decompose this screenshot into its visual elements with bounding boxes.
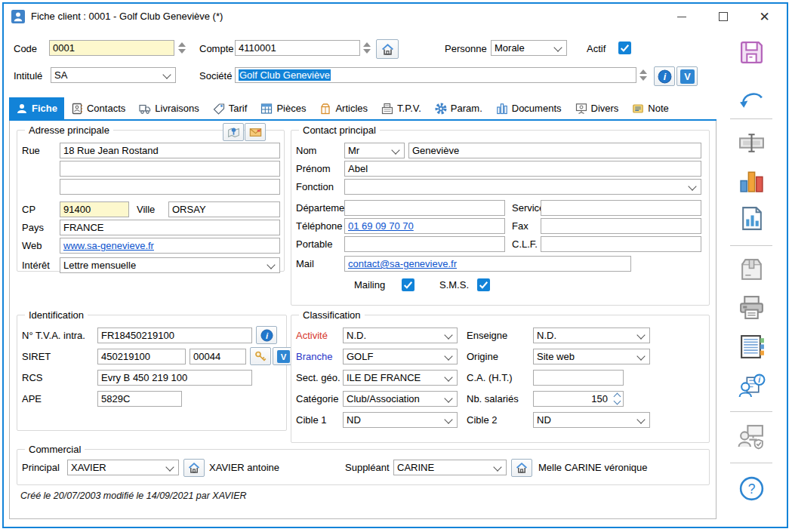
envelope-button[interactable] <box>245 123 266 141</box>
portable-field[interactable] <box>344 236 505 252</box>
compte-home-button[interactable] <box>376 39 399 59</box>
maximize-button[interactable] <box>702 4 744 29</box>
departement-field[interactable] <box>344 200 505 216</box>
tab-contacts[interactable]: Contacts <box>64 97 132 119</box>
civilite-select[interactable]: Mr <box>344 143 405 158</box>
person-icon <box>16 103 28 115</box>
tab-fiche[interactable]: Fiche <box>9 97 64 119</box>
tab-param[interactable]: Param. <box>428 97 489 119</box>
clf-field[interactable] <box>541 236 701 252</box>
tab-note[interactable]: Note <box>625 97 675 119</box>
intitule-select[interactable]: SA <box>51 67 176 83</box>
principal-select[interactable]: XAVIER <box>67 460 179 475</box>
tva-info-button[interactable]: i <box>256 326 277 344</box>
report-button[interactable] <box>730 330 772 363</box>
ca-field[interactable] <box>533 370 624 386</box>
principal-fullname: XAVIER antoine <box>209 460 279 475</box>
nb-salaries-field[interactable]: 150 <box>533 391 624 407</box>
actif-label: Actif <box>587 41 606 57</box>
statistics-button[interactable] <box>730 164 772 197</box>
code-field[interactable]: 0001 <box>49 40 174 56</box>
ape-field[interactable]: 5829C <box>97 391 182 407</box>
client-info-button[interactable]: i <box>730 369 772 402</box>
person-shield-icon <box>738 422 766 450</box>
tab-pieces[interactable]: Pièces <box>254 97 313 119</box>
rue-field[interactable]: 18 Rue Jean Rostand <box>60 143 280 158</box>
prenom-field[interactable]: Abel <box>344 161 701 177</box>
actif-checkbox[interactable] <box>618 42 631 54</box>
map-button[interactable] <box>223 123 244 141</box>
pays-field[interactable]: FRANCE <box>60 220 280 235</box>
tab-divers[interactable]: Divers <box>569 97 626 119</box>
activite-select[interactable]: N.D. <box>343 328 458 343</box>
personne-select[interactable]: Morale <box>491 40 567 56</box>
close-button[interactable]: ✕ <box>744 4 785 29</box>
sms-checkbox[interactable] <box>477 278 490 291</box>
principal-home-button[interactable] <box>183 459 205 477</box>
insert-block-button[interactable] <box>730 126 772 159</box>
title-bar: Fiche client : 0001 - Golf Club Genevièv… <box>4 4 787 29</box>
telephone-label: Téléphone <box>296 218 342 234</box>
societe-info-button[interactable]: i <box>654 66 675 86</box>
cible1-select[interactable]: ND <box>343 412 458 428</box>
siret-field[interactable]: 450219100 <box>97 349 186 364</box>
package-button[interactable] <box>730 253 772 286</box>
siret-key-button[interactable] <box>250 347 271 365</box>
fonction-select[interactable] <box>344 179 701 195</box>
branche-select[interactable]: GOLF <box>343 349 458 364</box>
interet-select[interactable]: Lettre mensuelle <box>60 257 280 273</box>
categorie-select[interactable]: Club/Association <box>343 391 458 407</box>
portable-label: Portable <box>296 236 332 252</box>
undo-button[interactable] <box>730 82 772 115</box>
enseigne-select[interactable]: N.D. <box>533 328 650 343</box>
mailing-checkbox[interactable] <box>402 278 414 291</box>
ville-field[interactable]: ORSAY <box>168 201 280 217</box>
pays-label: Pays <box>22 220 44 235</box>
societe-validate-button[interactable]: V <box>676 66 698 86</box>
print-button[interactable] <box>730 291 772 324</box>
rue-line2-field[interactable] <box>60 161 280 177</box>
service-field[interactable] <box>541 200 701 216</box>
tab-tarif[interactable]: Tarif <box>206 97 254 119</box>
projector-icon <box>575 103 587 115</box>
tab-label: Articles <box>335 103 368 114</box>
document-statistics-button[interactable] <box>730 201 772 235</box>
report-list-icon <box>738 333 766 361</box>
mail-field[interactable]: contact@sa-genevieve.fr <box>344 256 631 272</box>
societe-field[interactable]: Golf Club Geneviève <box>235 67 636 83</box>
tab-articles[interactable]: Articles <box>313 97 374 119</box>
sect-geo-select[interactable]: ILE DE FRANCE <box>343 370 458 386</box>
telephone-field[interactable]: 01 69 09 70 70 <box>344 218 505 234</box>
table-icon <box>260 103 273 115</box>
ape-label: APE <box>22 391 42 407</box>
compte-field[interactable]: 4110001 <box>235 40 360 56</box>
save-button[interactable] <box>730 35 772 69</box>
suppleant-home-button[interactable] <box>511 459 532 477</box>
help-button[interactable]: ? <box>730 472 772 505</box>
tab-label: Note <box>648 103 668 114</box>
classification-group-title: Classification <box>299 309 365 321</box>
rue-line3-field[interactable] <box>60 179 280 195</box>
origine-select[interactable]: Site web <box>533 349 650 364</box>
web-field[interactable]: www.sa-genevieve.fr <box>60 238 280 254</box>
rcs-field[interactable]: Evry B 450 219 100 <box>97 370 252 386</box>
compte-spinner[interactable] <box>362 40 372 56</box>
societe-spinner[interactable] <box>638 67 649 83</box>
suppleant-select[interactable]: CARINE <box>393 460 507 475</box>
tab-label: Divers <box>591 103 619 114</box>
nb-salaries-spinner[interactable] <box>615 394 620 404</box>
address-group: Adresse principale Rue 18 Rue Jean Rosta… <box>17 130 285 272</box>
siret-nic-field[interactable]: 00044 <box>190 349 246 364</box>
tab-tpv[interactable]: T.P.V. <box>374 97 428 119</box>
origine-label: Origine <box>467 349 498 364</box>
code-spinner[interactable] <box>177 40 187 56</box>
tab-documents[interactable]: Documents <box>489 97 569 119</box>
cp-field[interactable]: 91400 <box>60 201 129 217</box>
tva-field[interactable]: FR18450219100 <box>97 328 252 343</box>
minimize-button[interactable] <box>661 4 702 29</box>
cible2-select[interactable]: ND <box>533 412 650 428</box>
nom-field[interactable]: Geneviève <box>408 143 701 158</box>
tab-livraisons[interactable]: Livraisons <box>132 97 206 119</box>
fax-field[interactable] <box>541 218 701 234</box>
gdpr-contact-button[interactable] <box>730 419 772 452</box>
